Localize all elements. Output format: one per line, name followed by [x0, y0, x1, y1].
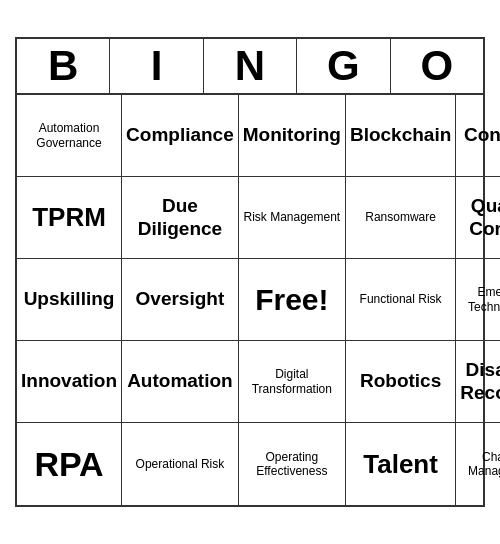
cell-text-4: Controls: [464, 124, 500, 147]
bingo-cell-16[interactable]: Automation: [122, 341, 239, 423]
bingo-cell-13[interactable]: Functional Risk: [346, 259, 456, 341]
cell-text-21: Operational Risk: [136, 457, 225, 471]
bingo-cell-23[interactable]: Talent: [346, 423, 456, 505]
bingo-cell-3[interactable]: Blockchain: [346, 95, 456, 177]
cell-text-3: Blockchain: [350, 124, 451, 147]
bingo-header: B I N G O: [17, 39, 483, 95]
header-n: N: [204, 39, 297, 93]
header-g: G: [297, 39, 390, 93]
cell-text-20: RPA: [34, 444, 103, 485]
bingo-grid: Automation GovernanceComplianceMonitorin…: [17, 95, 483, 505]
bingo-cell-14[interactable]: Emerging Technologies: [456, 259, 500, 341]
header-i: I: [110, 39, 203, 93]
cell-text-23: Talent: [363, 449, 438, 480]
bingo-cell-0[interactable]: Automation Governance: [17, 95, 122, 177]
bingo-cell-15[interactable]: Innovation: [17, 341, 122, 423]
bingo-cell-18[interactable]: Robotics: [346, 341, 456, 423]
cell-text-15: Innovation: [21, 370, 117, 393]
cell-text-17: Digital Transformation: [243, 367, 341, 396]
cell-text-5: TPRM: [32, 202, 106, 233]
cell-text-0: Automation Governance: [21, 121, 117, 150]
cell-text-22: Operating Effectiveness: [243, 450, 341, 479]
cell-text-9: Quality Control: [460, 195, 500, 241]
bingo-cell-7[interactable]: Risk Management: [239, 177, 346, 259]
bingo-cell-21[interactable]: Operational Risk: [122, 423, 239, 505]
bingo-cell-10[interactable]: Upskilling: [17, 259, 122, 341]
cell-text-2: Monitoring: [243, 124, 341, 147]
bingo-card: B I N G O Automation GovernanceComplianc…: [15, 37, 485, 507]
header-b: B: [17, 39, 110, 93]
bingo-cell-4[interactable]: Controls: [456, 95, 500, 177]
cell-text-10: Upskilling: [24, 288, 115, 311]
cell-text-1: Compliance: [126, 124, 234, 147]
cell-text-18: Robotics: [360, 370, 441, 393]
bingo-cell-9[interactable]: Quality Control: [456, 177, 500, 259]
header-o: O: [391, 39, 483, 93]
cell-text-7: Risk Management: [243, 210, 340, 224]
bingo-cell-19[interactable]: Disaster Recovery: [456, 341, 500, 423]
bingo-cell-17[interactable]: Digital Transformation: [239, 341, 346, 423]
bingo-cell-5[interactable]: TPRM: [17, 177, 122, 259]
bingo-cell-24[interactable]: Change Management: [456, 423, 500, 505]
cell-text-6: Due Diligence: [126, 195, 234, 241]
bingo-cell-22[interactable]: Operating Effectiveness: [239, 423, 346, 505]
cell-text-19: Disaster Recovery: [460, 359, 500, 405]
cell-text-12: Free!: [255, 282, 328, 318]
bingo-cell-12[interactable]: Free!: [239, 259, 346, 341]
bingo-cell-6[interactable]: Due Diligence: [122, 177, 239, 259]
bingo-cell-8[interactable]: Ransomware: [346, 177, 456, 259]
bingo-cell-20[interactable]: RPA: [17, 423, 122, 505]
cell-text-11: Oversight: [136, 288, 225, 311]
cell-text-14: Emerging Technologies: [460, 285, 500, 314]
bingo-cell-2[interactable]: Monitoring: [239, 95, 346, 177]
bingo-cell-1[interactable]: Compliance: [122, 95, 239, 177]
cell-text-13: Functional Risk: [360, 292, 442, 306]
bingo-cell-11[interactable]: Oversight: [122, 259, 239, 341]
cell-text-24: Change Management: [460, 450, 500, 479]
cell-text-16: Automation: [127, 370, 233, 393]
cell-text-8: Ransomware: [365, 210, 436, 224]
